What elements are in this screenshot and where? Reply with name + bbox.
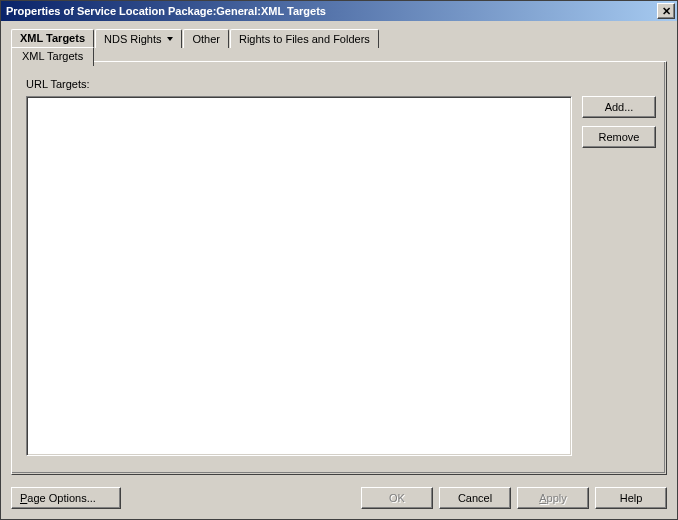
dialog-window: Properties of Service Location Package:G… <box>0 0 678 520</box>
url-targets-listbox[interactable] <box>26 96 572 456</box>
bottom-left: Page Options... <box>11 487 121 509</box>
tab-label: NDS Rights <box>104 33 161 45</box>
tab-panel: URL Targets: Add... Remove <box>11 61 667 475</box>
panel-inner: URL Targets: Add... Remove <box>26 78 652 460</box>
cancel-button[interactable]: Cancel <box>439 487 511 509</box>
tab-nds-rights[interactable]: NDS Rights <box>95 29 182 48</box>
subtab-label: XML Targets <box>22 50 83 62</box>
button-label: Add... <box>605 101 634 113</box>
chevron-down-icon <box>167 37 173 41</box>
tab-rights-files-folders[interactable]: Rights to Files and Folders <box>230 29 379 48</box>
close-icon[interactable]: ✕ <box>657 3 675 19</box>
tab-label: Rights to Files and Folders <box>239 33 370 45</box>
page-options-button[interactable]: Page Options... <box>11 487 121 509</box>
button-label: Remove <box>599 131 640 143</box>
bottom-bar: Page Options... OK Cancel Apply Help <box>11 487 667 509</box>
tab-xml-targets[interactable]: XML Targets <box>11 29 94 49</box>
button-label: Help <box>620 492 643 504</box>
url-targets-label: URL Targets: <box>26 78 652 90</box>
button-label: OK <box>389 492 405 504</box>
titlebar: Properties of Service Location Package:G… <box>1 1 677 21</box>
add-button[interactable]: Add... <box>582 96 656 118</box>
tab-label: Other <box>192 33 220 45</box>
button-label: Page Options... <box>20 492 96 504</box>
primary-tab-row: XML Targets NDS Rights Other Rights to F… <box>11 29 667 48</box>
button-label: Cancel <box>458 492 492 504</box>
bottom-right: OK Cancel Apply Help <box>361 487 667 509</box>
tab-label: XML Targets <box>20 32 85 44</box>
help-button[interactable]: Help <box>595 487 667 509</box>
remove-button[interactable]: Remove <box>582 126 656 148</box>
window-title: Properties of Service Location Package:G… <box>3 5 326 17</box>
secondary-tab-row: XML Targets <box>11 47 667 66</box>
side-buttons: Add... Remove <box>582 96 656 148</box>
ok-button[interactable]: OK <box>361 487 433 509</box>
content-area: XML Targets NDS Rights Other Rights to F… <box>1 21 677 519</box>
button-label: Apply <box>539 492 567 504</box>
tab-other[interactable]: Other <box>183 29 229 48</box>
subtab-xml-targets[interactable]: XML Targets <box>11 47 94 66</box>
apply-button[interactable]: Apply <box>517 487 589 509</box>
